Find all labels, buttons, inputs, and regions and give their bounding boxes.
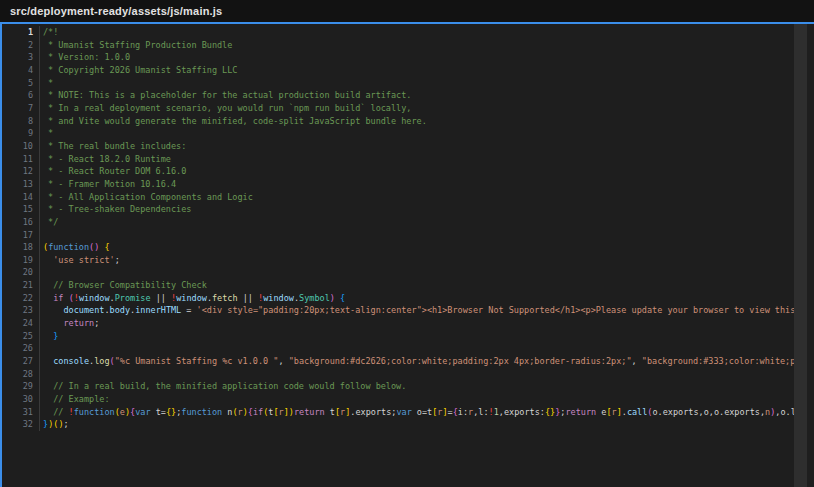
code-row: 31 // !function(e){var t={};function n(r… — [2, 406, 814, 419]
code-row: 25 } — [2, 330, 814, 343]
line-number: 23 — [2, 304, 40, 317]
code-row: 1/*! — [2, 26, 814, 39]
code-line[interactable]: * NOTE: This is a placeholder for the ac… — [40, 89, 814, 102]
line-number: 22 — [2, 292, 40, 305]
code-row: 21 // Browser Compatibility Check — [2, 279, 814, 292]
code-line[interactable] — [40, 229, 814, 242]
code-row: 6 * NOTE: This is a placeholder for the … — [2, 89, 814, 102]
code-row: 18(function() { — [2, 241, 814, 254]
code-line[interactable]: document.body.innerHTML = '<div style="p… — [40, 304, 814, 317]
line-number: 15 — [2, 203, 40, 216]
line-number: 16 — [2, 216, 40, 229]
code-row: 29 // In a real build, the minified appl… — [2, 380, 814, 393]
code-row: 5 * — [2, 77, 814, 90]
line-number: 2 — [2, 39, 40, 52]
code-line[interactable]: * — [40, 77, 814, 90]
code-line[interactable]: return; — [40, 317, 814, 330]
line-number: 29 — [2, 380, 40, 393]
line-number: 30 — [2, 393, 40, 406]
line-number: 7 — [2, 102, 40, 115]
file-path-bar: src/deployment-ready/assets/js/main.js — [0, 0, 814, 22]
code-line[interactable]: * Version: 1.0.0 — [40, 51, 814, 64]
code-line[interactable]: console.log("%c Umanist Staffing %c v1.0… — [40, 355, 814, 368]
line-number: 9 — [2, 127, 40, 140]
line-number: 19 — [2, 254, 40, 267]
code-line[interactable]: // !function(e){var t={};function n(r){i… — [40, 406, 814, 419]
code-row: 23 document.body.innerHTML = '<div style… — [2, 304, 814, 317]
code-row: 13 * - Framer Motion 10.16.4 — [2, 178, 814, 191]
code-line[interactable] — [40, 266, 814, 279]
code-row: 3 * Version: 1.0.0 — [2, 51, 814, 64]
code-line[interactable] — [40, 342, 814, 355]
line-number: 18 — [2, 241, 40, 254]
code-line[interactable]: 'use strict'; — [40, 254, 814, 267]
code-row: 11 * - React 18.2.0 Runtime — [2, 153, 814, 166]
code-row: 16 */ — [2, 216, 814, 229]
line-number: 5 — [2, 77, 40, 90]
code-row: 15 * - Tree-shaken Dependencies — [2, 203, 814, 216]
vertical-scrollbar-thumb[interactable] — [794, 24, 807, 487]
code-line[interactable]: * Umanist Staffing Production Bundle — [40, 39, 814, 52]
line-number: 21 — [2, 279, 40, 292]
code-line[interactable]: * — [40, 127, 814, 140]
line-number: 3 — [2, 51, 40, 64]
code-row: 12 * - React Router DOM 6.16.0 — [2, 165, 814, 178]
code-lines-container: 1/*!2 * Umanist Staffing Production Bund… — [2, 26, 814, 431]
code-line[interactable] — [40, 368, 814, 381]
code-row: 17 — [2, 229, 814, 242]
code-line[interactable]: (function() { — [40, 241, 814, 254]
code-row: 26 — [2, 342, 814, 355]
line-number: 31 — [2, 406, 40, 419]
line-number: 17 — [2, 229, 40, 242]
code-row: 24 return; — [2, 317, 814, 330]
line-number: 1 — [2, 26, 40, 39]
code-line[interactable]: * - Framer Motion 10.16.4 — [40, 178, 814, 191]
code-line[interactable]: * - React 18.2.0 Runtime — [40, 153, 814, 166]
code-line[interactable]: })(); — [40, 418, 814, 431]
line-number: 8 — [2, 115, 40, 128]
code-row: 27 console.log("%c Umanist Staffing %c v… — [2, 355, 814, 368]
code-line[interactable]: * and Vite would generate the minified, … — [40, 115, 814, 128]
line-number: 20 — [2, 266, 40, 279]
code-row: 28 — [2, 368, 814, 381]
code-row: 4 * Copyright 2026 Umanist Staffing LLC — [2, 64, 814, 77]
line-number: 12 — [2, 165, 40, 178]
line-number: 25 — [2, 330, 40, 343]
line-number: 10 — [2, 140, 40, 153]
code-row: 30 // Example: — [2, 393, 814, 406]
code-row: 20 — [2, 266, 814, 279]
code-row: 2 * Umanist Staffing Production Bundle — [2, 39, 814, 52]
line-number: 6 — [2, 89, 40, 102]
code-line[interactable]: // Example: — [40, 393, 814, 406]
line-number: 14 — [2, 191, 40, 204]
code-line[interactable]: */ — [40, 216, 814, 229]
line-number: 27 — [2, 355, 40, 368]
code-line[interactable]: /*! — [40, 26, 814, 39]
line-number: 13 — [2, 178, 40, 191]
code-line[interactable]: if (!window.Promise || !window.fetch || … — [40, 292, 814, 305]
code-line[interactable]: } — [40, 330, 814, 343]
line-number: 32 — [2, 418, 40, 431]
code-line[interactable]: * - All Application Components and Logic — [40, 191, 814, 204]
file-path: src/deployment-ready/assets/js/main.js — [10, 5, 222, 17]
code-line[interactable]: * The real bundle includes: — [40, 140, 814, 153]
code-row: 10 * The real bundle includes: — [2, 140, 814, 153]
code-row: 8 * and Vite would generate the minified… — [2, 115, 814, 128]
code-row: 9 * — [2, 127, 814, 140]
code-row: 7 * In a real deployment scenario, you w… — [2, 102, 814, 115]
code-line[interactable]: * Copyright 2026 Umanist Staffing LLC — [40, 64, 814, 77]
line-number: 11 — [2, 153, 40, 166]
code-line[interactable]: * - Tree-shaken Dependencies — [40, 203, 814, 216]
code-row: 19 'use strict'; — [2, 254, 814, 267]
code-row: 32})(); — [2, 418, 814, 431]
line-number: 28 — [2, 368, 40, 381]
code-line[interactable]: * In a real deployment scenario, you wou… — [40, 102, 814, 115]
code-row: 22 if (!window.Promise || !window.fetch … — [2, 292, 814, 305]
line-number: 26 — [2, 342, 40, 355]
code-row: 14 * - All Application Components and Lo… — [2, 191, 814, 204]
code-line[interactable]: * - React Router DOM 6.16.0 — [40, 165, 814, 178]
code-editor[interactable]: 1/*!2 * Umanist Staffing Production Bund… — [0, 22, 814, 487]
code-line[interactable]: // Browser Compatibility Check — [40, 279, 814, 292]
code-line[interactable]: // In a real build, the minified applica… — [40, 380, 814, 393]
line-number: 4 — [2, 64, 40, 77]
